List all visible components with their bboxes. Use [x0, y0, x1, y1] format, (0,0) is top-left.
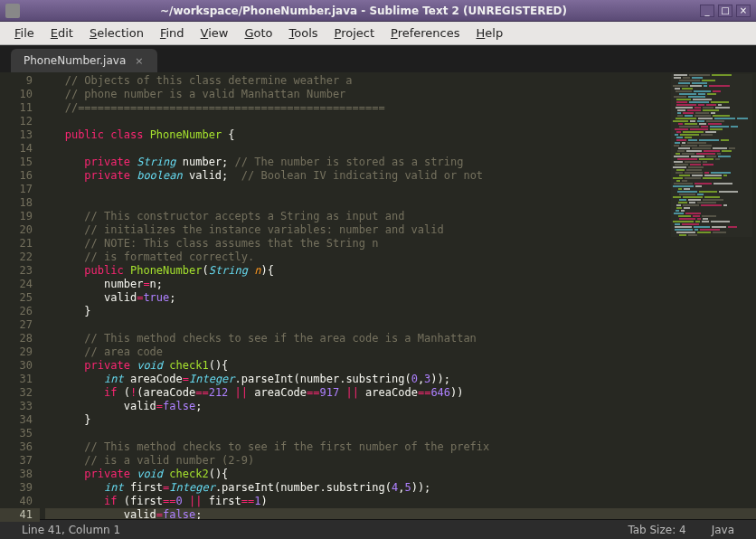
code-line[interactable]: }	[45, 413, 756, 427]
status-position[interactable]: Line 41, Column 1	[9, 524, 133, 536]
line-number: 19	[0, 210, 33, 223]
line-number: 16	[0, 169, 33, 183]
line-number: 31	[0, 373, 33, 386]
line-number: 13	[0, 128, 33, 142]
line-number: 32	[0, 386, 33, 400]
line-number: 33	[0, 400, 33, 413]
line-number: 24	[0, 278, 33, 291]
line-number: 21	[0, 237, 33, 251]
line-number: 23	[0, 264, 33, 278]
menu-file[interactable]: File	[7, 24, 42, 43]
menu-edit[interactable]: Edit	[43, 24, 80, 43]
code-line[interactable]: // This method checks to see if the firs…	[45, 440, 756, 454]
line-number: 14	[0, 142, 33, 156]
menubar: File Edit Selection Find View Goto Tools…	[0, 22, 756, 45]
code-line[interactable]: // This constructor accepts a String as …	[45, 210, 756, 223]
code-line[interactable]: // area code	[45, 345, 756, 359]
line-number: 26	[0, 305, 33, 318]
code-line[interactable]	[45, 427, 756, 440]
titlebar: ~/workspace/PhoneNumber.java - Sublime T…	[0, 0, 756, 22]
window-controls: _ □ ×	[700, 5, 751, 17]
code-line[interactable]: private boolean valid; // Boolean IV ind…	[45, 169, 756, 183]
status-language[interactable]: Java	[699, 524, 747, 536]
line-number: 25	[0, 291, 33, 305]
line-number: 9	[0, 74, 33, 88]
line-number: 39	[0, 481, 33, 495]
minimize-button[interactable]: _	[700, 5, 714, 17]
code-line[interactable]: number=n;	[45, 278, 756, 291]
line-number: 17	[0, 183, 33, 196]
line-number: 34	[0, 413, 33, 427]
code-line[interactable]: private void check1(){	[45, 359, 756, 373]
line-number: 29	[0, 345, 33, 359]
code-line[interactable]: if (!(areaCode==212 || areaCode==917 || …	[45, 386, 756, 400]
code-line[interactable]: private String number; // The number is …	[45, 156, 756, 169]
menu-goto[interactable]: Goto	[237, 24, 279, 43]
code-line[interactable]: // is formatted correctly.	[45, 251, 756, 264]
code-line[interactable]: // This method checks to see if the area…	[45, 332, 756, 345]
line-number: 20	[0, 223, 33, 237]
code-line[interactable]: if (first==0 || first==1)	[45, 495, 756, 508]
code-line[interactable]: valid=false;	[45, 508, 756, 519]
code-line[interactable]: // NOTE: This class assumes that the Str…	[45, 237, 756, 251]
line-number: 41	[0, 508, 40, 522]
menu-find[interactable]: Find	[153, 24, 192, 43]
code-line[interactable]	[45, 196, 756, 210]
code-line[interactable]: // is a valid number (2-9)	[45, 454, 756, 468]
line-number: 10	[0, 88, 33, 101]
code-line[interactable]: // initializes the instance variables: n…	[45, 223, 756, 237]
code-line[interactable]: valid=true;	[45, 291, 756, 305]
code-line[interactable]: public PhoneNumber(String n){	[45, 264, 756, 278]
line-number: 37	[0, 454, 33, 468]
statusbar: Line 41, Column 1 Tab Size: 4 Java	[0, 519, 756, 539]
line-number: 18	[0, 196, 33, 210]
code-line[interactable]: }	[45, 305, 756, 318]
menu-project[interactable]: Project	[327, 24, 383, 43]
code-line[interactable]: int areaCode=Integer.parseInt(number.sub…	[45, 373, 756, 386]
code-area[interactable]: // Objects of this class determine weath…	[40, 72, 756, 519]
line-number: 15	[0, 156, 33, 169]
editor[interactable]: 9101112131415161718192021222324252627282…	[0, 72, 756, 519]
menu-tools[interactable]: Tools	[282, 24, 326, 43]
line-number: 38	[0, 468, 33, 481]
code-line[interactable]: // Objects of this class determine weath…	[45, 74, 756, 88]
line-number: 30	[0, 359, 33, 373]
app-icon	[5, 4, 20, 18]
menu-selection[interactable]: Selection	[82, 24, 151, 43]
line-number: 12	[0, 115, 33, 128]
close-button[interactable]: ×	[736, 5, 751, 17]
code-line[interactable]	[45, 318, 756, 332]
minimap[interactable]	[671, 74, 752, 237]
code-line[interactable]: int first=Integer.parseInt(number.substr…	[45, 481, 756, 495]
status-tabsize[interactable]: Tab Size: 4	[615, 524, 698, 536]
line-number: 28	[0, 332, 33, 345]
tab-close-icon[interactable]: ×	[135, 55, 143, 67]
code-line[interactable]	[45, 142, 756, 156]
line-number: 35	[0, 427, 33, 440]
line-gutter: 9101112131415161718192021222324252627282…	[0, 72, 40, 519]
tab-label: PhoneNumber.java	[24, 54, 126, 67]
line-number: 11	[0, 101, 33, 115]
code-line[interactable]	[45, 115, 756, 128]
code-line[interactable]: //======================================…	[45, 101, 756, 115]
code-line[interactable]: valid=false;	[45, 400, 756, 413]
line-number: 40	[0, 495, 33, 508]
menu-preferences[interactable]: Preferences	[383, 24, 467, 43]
tabbar: PhoneNumber.java ×	[0, 45, 756, 72]
tab-phonenumber[interactable]: PhoneNumber.java ×	[11, 49, 157, 72]
code-line[interactable]: public class PhoneNumber {	[45, 128, 756, 142]
code-line[interactable]	[45, 183, 756, 196]
code-line[interactable]: // phone number is a valid Manhattan Num…	[45, 88, 756, 101]
menu-help[interactable]: Help	[469, 24, 511, 43]
line-number: 36	[0, 440, 33, 454]
line-number: 22	[0, 251, 33, 264]
code-line[interactable]: private void check2(){	[45, 468, 756, 481]
menu-view[interactable]: View	[194, 24, 236, 43]
line-number: 27	[0, 318, 33, 332]
window-title: ~/workspace/PhoneNumber.java - Sublime T…	[27, 5, 700, 17]
maximize-button[interactable]: □	[718, 5, 732, 17]
